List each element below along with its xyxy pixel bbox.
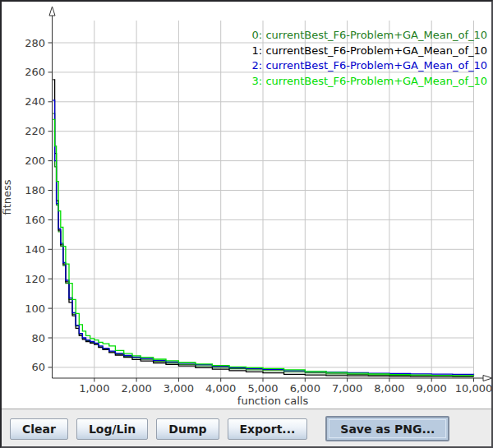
legend-item-0: 0: currentBest_F6-Problem+GA_Mean_of_10 [252, 28, 487, 44]
legend-item-2: 2: currentBest_F6-Problem+GA_Mean_of_10 [252, 58, 487, 74]
y-tick-label: 240 [25, 95, 45, 108]
y-tick-label: 80 [31, 332, 45, 344]
y-axis-title: fitness [2, 179, 13, 215]
chart-panel: 28026024022020018016014012010080601,0002… [2, 2, 491, 409]
x-tick-label: 1,000 [79, 382, 109, 395]
x-tick-label: 9,000 [417, 382, 447, 395]
legend-item-3: 3: currentBest_F6-Problem+GA_Mean_of_10 [252, 74, 487, 90]
y-tick-label: 260 [25, 66, 45, 78]
y-tick-label: 160 [25, 214, 45, 226]
legend-item-1: 1: currentBest_F6-Problem+GA_Mean_of_10 [252, 44, 487, 59]
x-axis-title: function calls [237, 395, 309, 407]
clear-button[interactable]: Clear [10, 418, 68, 440]
y-tick-label: 200 [25, 155, 45, 167]
x-tick-label: 10,000 [455, 382, 491, 395]
y-tick-label: 60 [31, 361, 45, 373]
x-tick-label: 5,000 [247, 382, 278, 395]
x-axis-arrow [483, 376, 491, 381]
x-tick-label: 4,000 [205, 382, 236, 395]
y-axis-arrow [49, 7, 55, 16]
plot-window: 28026024022020018016014012010080601,0002… [0, 0, 493, 448]
y-tick-label: 140 [25, 243, 45, 256]
export-button[interactable]: Export... [228, 418, 308, 440]
button-toolbar: Clear Log/Lin Dump Export... Save as PNG… [2, 409, 491, 448]
legend: 0: currentBest_F6-Problem+GA_Mean_of_10 … [252, 28, 487, 89]
x-tick-label: 2,000 [121, 382, 151, 395]
y-tick-label: 280 [25, 37, 45, 49]
y-tick-label: 100 [25, 303, 45, 315]
save-png-button[interactable]: Save as PNG... [325, 416, 449, 441]
loglin-button[interactable]: Log/Lin [76, 418, 148, 440]
x-tick-label: 8,000 [374, 382, 404, 395]
x-tick-label: 6,000 [290, 382, 320, 395]
y-tick-label: 180 [25, 184, 45, 196]
x-tick-label: 7,000 [332, 382, 362, 395]
dump-button[interactable]: Dump [156, 418, 219, 440]
y-tick-label: 120 [25, 273, 45, 285]
y-tick-label: 220 [25, 125, 45, 137]
x-tick-label: 3,000 [164, 382, 194, 395]
